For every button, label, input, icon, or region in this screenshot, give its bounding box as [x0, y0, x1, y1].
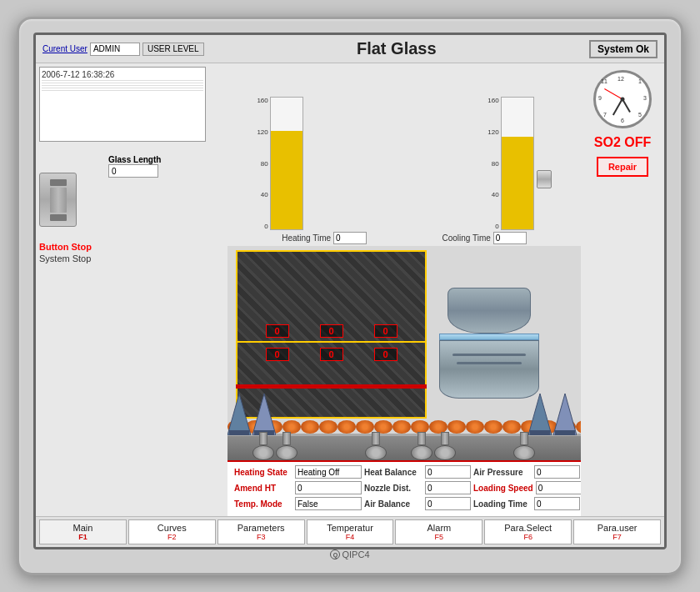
tab-curves[interactable]: Curves F2 [128, 519, 216, 544]
loading-speed-label: Loading Speed [473, 484, 533, 493]
cooling-zone [431, 250, 548, 435]
tab-temperatur-label: Temperatur [327, 523, 373, 533]
cooling-glass-plate [439, 334, 539, 340]
tab-parameters-label: Parameters [238, 523, 285, 533]
tab-parameters[interactable]: Parameters F3 [218, 519, 305, 544]
tab-main[interactable]: Main F1 [39, 519, 127, 544]
current-user-label[interactable]: Curent User [42, 44, 88, 53]
support-right-2 [553, 394, 577, 435]
counter-box-t2[interactable]: 0 [320, 324, 343, 338]
tab-temperatur-key: F4 [346, 533, 355, 541]
heat-balance-row: Heat Balance [364, 465, 471, 479]
right-gauge-slider[interactable] [537, 170, 552, 188]
counter-box-b1[interactable]: 0 [266, 348, 289, 361]
counter-box-b3[interactable]: 0 [374, 348, 398, 361]
air-pressure-input[interactable] [534, 465, 580, 479]
cooling-bottom-cylinder [439, 340, 539, 399]
tab-para-select-label: Para.Select [504, 523, 552, 533]
tab-curves-label: Curves [158, 523, 187, 533]
motor-4 [411, 432, 432, 460]
cooling-time-input[interactable] [493, 232, 527, 244]
tab-curves-key: F2 [168, 533, 177, 541]
right-gauge-wrapper: 160 120 80 40 0 [488, 88, 551, 230]
support-left-2 [252, 394, 276, 435]
current-user-input[interactable] [90, 43, 140, 56]
temp-mode-input[interactable] [295, 497, 362, 510]
glass-length-input[interactable] [108, 164, 158, 178]
glass-length-section: Glass Length [83, 152, 161, 181]
motor-1 [252, 432, 274, 460]
right-motors-2 [513, 432, 535, 460]
air-pressure-label: Air Pressure [473, 468, 532, 477]
button-stop-label[interactable]: Button Stop [39, 242, 224, 252]
main-content: 2006-7-12 16:38:26 Glass Length [36, 63, 664, 516]
current-user-section: Curent User USER LEVEL [42, 43, 204, 56]
monitor: Curent User USER LEVEL Flat Glass System… [17, 17, 683, 575]
clock-center-dot [621, 98, 625, 102]
heating-state-input[interactable] [295, 465, 362, 479]
user-level-button[interactable]: USER LEVEL [142, 43, 204, 56]
tab-para-select[interactable]: Para.Select F6 [484, 519, 572, 544]
center-motors [365, 432, 387, 460]
nozzle-dist-input[interactable] [425, 481, 471, 494]
system-stop-label: System Stop [39, 253, 224, 263]
air-balance-input[interactable] [425, 497, 471, 510]
left-gauge: 160 120 80 40 0 [257, 88, 302, 230]
right-gauge-scale: 160 120 80 40 0 [488, 97, 500, 230]
bottom-tabs: Main F1 Curves F2 Parameters F3 Temperat… [36, 516, 664, 547]
gauges-row: 160 120 80 40 0 [228, 63, 581, 230]
svg-text:1: 1 [638, 78, 642, 84]
temp-mode-row: Temp. Mode [234, 497, 362, 510]
loading-speed-input[interactable] [536, 481, 581, 494]
heating-state-label: Heating State [234, 468, 292, 477]
svg-text:9: 9 [598, 95, 602, 101]
tab-para-user[interactable]: Para.user F7 [573, 519, 661, 544]
left-gauge-wrapper: 160 120 80 40 0 [257, 88, 302, 230]
svg-marker-0 [228, 394, 251, 435]
datetime-row: 2006-7-12 16:38:26 [42, 69, 203, 81]
svg-text:11: 11 [601, 78, 608, 84]
stop-section: Button Stop System Stop [39, 238, 224, 267]
nozzle-dist-label: Nozzle Dist. [364, 484, 422, 493]
left-gauge-scale: 160 120 80 40 0 [257, 97, 269, 230]
heat-balance-input[interactable] [425, 465, 471, 479]
temp-mode-label: Temp. Mode [234, 499, 292, 509]
glass-length-label: Glass Length [108, 155, 161, 164]
svg-text:3: 3 [643, 95, 647, 101]
heat-line-bottom [236, 384, 427, 389]
heating-time-input[interactable] [333, 232, 367, 244]
tab-alarm[interactable]: Alarm F5 [395, 519, 482, 544]
counter-box-t3[interactable]: 0 [374, 324, 398, 338]
svg-marker-2 [252, 394, 276, 435]
counter-box-t1[interactable]: 0 [266, 324, 289, 338]
air-pressure-row: Air Pressure [473, 465, 581, 479]
info-table: 2006-7-12 16:38:26 [39, 67, 206, 142]
right-gauge-track [501, 97, 534, 230]
cooling-time-label: Cooling Time [442, 233, 490, 243]
left-gauge-track [270, 97, 303, 230]
counter-box-b2[interactable]: 0 [320, 348, 343, 361]
brand: Q QIPC4 [330, 549, 369, 559]
tab-para-user-label: Para.user [598, 523, 638, 533]
amend-ht-input[interactable] [295, 481, 362, 494]
amend-ht-label: Amend HT [234, 484, 292, 493]
svg-text:12: 12 [618, 76, 624, 82]
repair-button[interactable]: Repair [597, 157, 648, 177]
center-panel: 160 120 80 40 0 [228, 63, 581, 516]
controls-grid: Heating State Heat Balance Air Pressure [234, 465, 574, 510]
tab-para-select-key: F6 [523, 533, 532, 541]
svg-text:7: 7 [603, 112, 607, 118]
loading-time-row: Loading Time [473, 497, 581, 510]
loading-time-input[interactable] [534, 497, 580, 510]
brand-circle: Q [330, 549, 340, 559]
tab-temperatur[interactable]: Temperatur F4 [307, 519, 394, 544]
motor-3 [365, 432, 387, 460]
air-balance-label: Air Balance [364, 499, 422, 509]
right-gauge: 160 120 80 40 0 [488, 88, 551, 230]
motor-5 [434, 432, 456, 460]
motor-2 [276, 432, 298, 460]
system-ok-button[interactable]: System Ok [589, 40, 658, 58]
left-gauge-fill [271, 131, 302, 230]
clock: 12 1 3 5 6 7 9 11 [593, 70, 652, 128]
cooling-top-hood [448, 288, 531, 334]
